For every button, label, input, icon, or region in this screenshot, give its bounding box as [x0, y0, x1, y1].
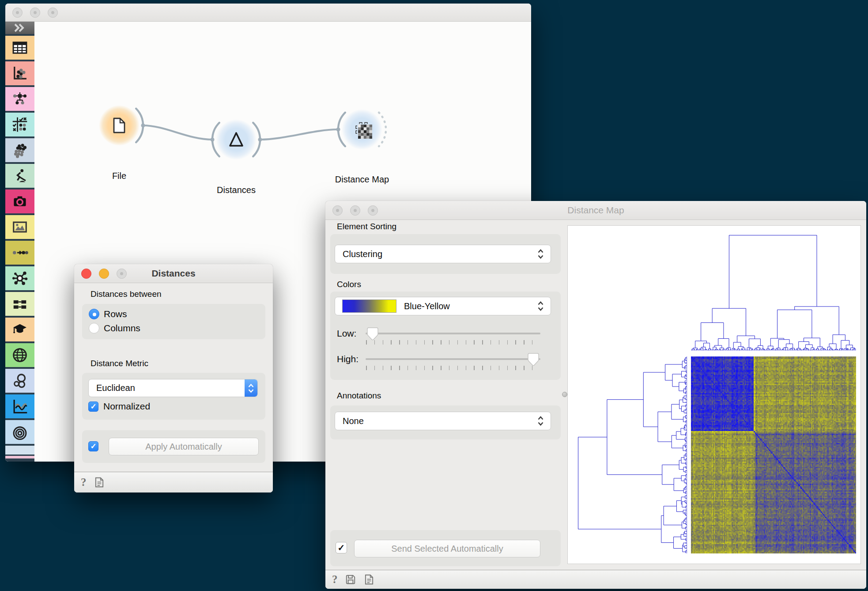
distance-metric-combo[interactable]: Euclidean [88, 379, 258, 397]
chevron-up-down-icon [537, 301, 544, 311]
dots-arrow-icon [11, 244, 28, 261]
zoom-button[interactable] [117, 269, 127, 279]
zoom-button[interactable] [368, 205, 378, 216]
distances-dialog: Distances Distances between Rows Columns… [74, 264, 273, 492]
spiral-icon [11, 424, 28, 440]
distance-map-visualization[interactable] [567, 225, 861, 564]
close-button[interactable] [332, 205, 343, 216]
slider-track [366, 358, 540, 360]
low-slider-thumb[interactable] [367, 327, 378, 341]
gradcap-icon [11, 321, 28, 338]
chevron-up-down-icon [537, 249, 544, 259]
node-label-distance-map: Distance Map [309, 174, 415, 185]
stepper-up-down-icon[interactable] [245, 379, 257, 397]
circles-icon [11, 372, 28, 389]
sidebar-tile-spectroscopy[interactable] [5, 420, 34, 444]
apply-group: ✓ Apply Automatically [82, 430, 265, 463]
sidebar-tile-image-analytics[interactable] [5, 189, 34, 213]
minimize-button[interactable] [99, 269, 109, 279]
minimize-button[interactable] [350, 205, 360, 216]
high-slider-label: High: [337, 354, 359, 364]
annotations-group: None [330, 405, 561, 439]
columns-radio[interactable] [89, 323, 99, 333]
sidebar-tile-networks[interactable] [5, 266, 34, 290]
rows-radio-row[interactable]: Rows [89, 309, 127, 319]
annotations-label: Annotations [337, 391, 381, 401]
help-icon[interactable]: ? [332, 573, 338, 586]
element-sorting-label: Element Sorting [337, 222, 396, 231]
normalized-checkbox[interactable]: ✓ [88, 402, 98, 412]
sidebar-tile-model[interactable] [5, 87, 34, 111]
zoom-button[interactable] [48, 8, 58, 18]
normalized-row[interactable]: ✓ Normalized [88, 401, 150, 412]
left-dendrogram [577, 356, 688, 553]
distance-map-titlebar: Distance Map [325, 201, 866, 220]
widget-toolbox-sidebar [5, 22, 34, 462]
node-label-distances: Distances [183, 185, 289, 195]
distance-map-icon [356, 123, 372, 139]
distances-between-group: Rows Columns [82, 304, 265, 339]
normalized-label: Normalized [103, 401, 150, 412]
send-group: ✓ Send Selected Automatically [330, 530, 561, 566]
element-sorting-combo[interactable]: Clustering [335, 245, 551, 263]
sidebar-tile-images[interactable] [5, 215, 34, 239]
element-sorting-group: Clustering [330, 234, 561, 274]
dig-icon [11, 167, 28, 184]
sidebar-tile-partial[interactable] [5, 446, 34, 455]
help-icon[interactable]: ? [81, 476, 87, 489]
sidebar-tile-bioinformatics[interactable] [5, 369, 34, 393]
close-button[interactable] [81, 269, 91, 279]
distance-heatmap[interactable] [691, 356, 856, 553]
rows-radio[interactable] [89, 309, 99, 319]
file-icon [114, 118, 125, 133]
sidebar-tile-text-mining[interactable] [5, 292, 34, 316]
palette-gradient-swatch [342, 299, 396, 313]
chevron-up-down-icon [537, 416, 544, 426]
tree-icon [11, 91, 28, 107]
columns-radio-label: Columns [104, 323, 140, 333]
save-icon[interactable] [345, 574, 356, 585]
distance-map-window: Distance Map Element Sorting Clustering … [325, 201, 866, 589]
sidebar-tile-transform[interactable] [5, 241, 34, 265]
window-title: Distance Map [325, 201, 866, 220]
canvas-window-titlebar [5, 4, 531, 22]
slider-ticks [366, 340, 540, 345]
timeseries-icon [11, 398, 28, 415]
sidebar-tile-prototypes[interactable] [5, 164, 34, 188]
sidebar-tile-time-series[interactable] [5, 394, 34, 418]
double-chevron-icon [12, 23, 27, 33]
colors-group: Blue-Yellow Low: High: [330, 292, 561, 380]
sidebar-tile-unsupervised[interactable] [5, 138, 34, 162]
apply-automatically-checkbox[interactable]: ✓ [88, 441, 98, 451]
annotations-combo[interactable]: None [335, 412, 551, 430]
low-slider-label: Low: [337, 328, 356, 339]
sidebar-tile-evaluate[interactable] [5, 113, 34, 136]
sidebar-tile-visualize[interactable] [5, 61, 34, 85]
send-selected-checkbox[interactable]: ✓ [336, 542, 347, 553]
scatter-icon [11, 65, 28, 82]
distances-statusbar: ? [74, 472, 273, 492]
minimize-button[interactable] [30, 8, 40, 18]
colors-combo[interactable]: Blue-Yellow [335, 297, 551, 315]
table-icon [11, 39, 28, 56]
report-icon[interactable] [363, 574, 375, 585]
high-slider-thumb[interactable] [528, 353, 539, 367]
distance-metric-group: Euclidean ✓ Normalized [82, 373, 265, 420]
columns-radio-row[interactable]: Columns [89, 323, 140, 333]
evaluate-icon [11, 116, 28, 133]
report-icon[interactable] [94, 477, 105, 488]
distances-titlebar: Distances [74, 264, 273, 283]
slider-track [366, 333, 540, 334]
sidebar-tile-educational[interactable] [5, 318, 34, 341]
globe-icon [11, 347, 28, 364]
sidebar-tile-data[interactable] [5, 36, 34, 60]
sidebar-tile-geo[interactable] [5, 343, 34, 367]
colors-label: Colors [337, 280, 361, 289]
splitter-handle[interactable] [562, 392, 567, 397]
toolbox-expand-header[interactable] [5, 22, 34, 34]
close-button[interactable] [12, 8, 23, 18]
rows-radio-label: Rows [104, 309, 127, 319]
apply-automatically-button[interactable]: Apply Automatically [109, 438, 259, 455]
send-selected-button[interactable]: Send Selected Automatically [354, 540, 540, 557]
distance-map-statusbar: ? [325, 570, 866, 589]
